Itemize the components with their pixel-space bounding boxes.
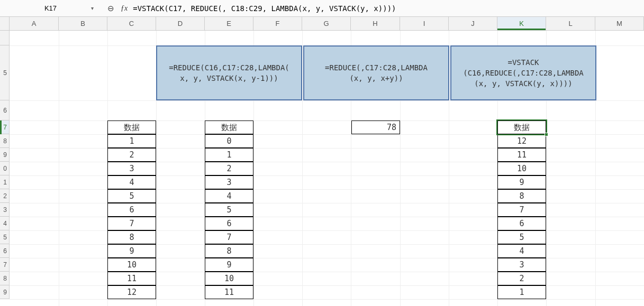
cell[interactable]: 3 <box>205 175 253 189</box>
cell[interactable]: 6 <box>497 217 546 230</box>
col-header-C[interactable]: C <box>107 17 156 30</box>
formula-bar: ▾ ⊖ ƒx <box>0 0 644 17</box>
row-header[interactable]: 5 <box>0 230 10 244</box>
row-header[interactable]: 8 <box>0 134 10 148</box>
cell[interactable]: 5 <box>107 189 156 203</box>
row-header[interactable]: 0 <box>0 162 10 175</box>
col-header-A[interactable]: A <box>10 17 59 30</box>
zoom-out-icon[interactable]: ⊖ <box>107 4 114 13</box>
cell[interactable]: 11 <box>107 272 156 285</box>
row-header[interactable]: 9 <box>0 148 10 162</box>
cell[interactable]: 5 <box>205 203 253 217</box>
cell[interactable]: 12 <box>107 285 156 299</box>
cell[interactable]: 0 <box>205 134 253 148</box>
cell-E-header[interactable]: 数据 <box>205 120 253 134</box>
row-header[interactable]: 6 <box>0 100 10 120</box>
merged-header-2[interactable]: =REDUCE(,C17:C28,LAMBDA (x, y, x+y)) <box>303 45 449 100</box>
row-header[interactable]: 5 <box>0 45 10 100</box>
cell[interactable]: 6 <box>205 217 253 230</box>
cell[interactable]: 4 <box>497 244 546 258</box>
col-header-J[interactable]: J <box>449 17 497 30</box>
cell[interactable]: 10 <box>205 272 253 285</box>
col-header-H[interactable]: H <box>351 17 400 30</box>
cell[interactable]: 9 <box>205 258 253 272</box>
cell[interactable]: 7 <box>497 203 546 217</box>
cell[interactable]: 8 <box>497 189 546 203</box>
cell[interactable]: 11 <box>205 285 253 299</box>
col-header-B[interactable]: B <box>59 17 107 30</box>
row-header[interactable]: 4 <box>0 217 10 230</box>
chevron-down-icon[interactable]: ▾ <box>91 5 94 11</box>
row-header[interactable]: 8 <box>0 272 10 285</box>
fx-icon[interactable]: ƒx <box>121 4 128 13</box>
cell[interactable]: 4 <box>107 175 156 189</box>
cell[interactable]: 9 <box>497 175 546 189</box>
cell[interactable]: 8 <box>107 230 156 244</box>
cell[interactable]: 1 <box>497 285 546 299</box>
row-header[interactable] <box>0 31 10 45</box>
cell-reference-input[interactable] <box>8 4 93 12</box>
col-header-G[interactable]: G <box>302 17 351 30</box>
col-header-F[interactable]: F <box>253 17 302 30</box>
row-header[interactable]: 3 <box>0 203 10 217</box>
row-headers: 5 6 7 8 9 0 1 2 3 4 5 6 7 8 9 <box>0 31 10 299</box>
cell[interactable]: 7 <box>205 230 253 244</box>
row-header[interactable]: 2 <box>0 189 10 203</box>
cell[interactable]: 10 <box>107 258 156 272</box>
cell-C-header[interactable]: 数据 <box>107 120 156 134</box>
cell[interactable]: 2 <box>107 148 156 162</box>
col-header-E[interactable]: E <box>205 17 253 30</box>
row-header[interactable]: 9 <box>0 285 10 299</box>
col-header-I[interactable]: I <box>400 17 449 30</box>
col-header-M[interactable]: M <box>595 17 644 30</box>
cell[interactable]: 9 <box>107 244 156 258</box>
cell[interactable]: 6 <box>107 203 156 217</box>
cell[interactable]: 3 <box>107 162 156 175</box>
column-headers: A B C D E F G H I J K L M <box>0 17 644 31</box>
col-header-K[interactable]: K <box>497 17 546 30</box>
col-header-L[interactable]: L <box>546 17 595 30</box>
row-header[interactable]: 7 <box>0 258 10 272</box>
cell[interactable]: 1 <box>107 134 156 148</box>
cell[interactable]: 7 <box>107 217 156 230</box>
merged-header-1[interactable]: =REDUCE(C16,C17:C28,LAMBDA( x, y, VSTACK… <box>156 45 302 100</box>
cell[interactable]: 10 <box>497 162 546 175</box>
cell[interactable]: 4 <box>205 189 253 203</box>
cell[interactable]: 2 <box>205 162 253 175</box>
name-box[interactable]: ▾ <box>4 1 97 16</box>
cell[interactable]: 3 <box>497 258 546 272</box>
row-selection-indicator <box>0 120 2 134</box>
row-header[interactable]: 1 <box>0 175 10 189</box>
cell[interactable]: 12 <box>497 134 546 148</box>
row-header[interactable]: 6 <box>0 244 10 258</box>
cell-K-header[interactable]: 数据 <box>497 120 546 134</box>
select-all-corner[interactable] <box>0 17 10 30</box>
cell[interactable]: 5 <box>497 230 546 244</box>
cell-H-value[interactable]: 78 <box>351 120 400 134</box>
cell[interactable]: 8 <box>205 244 253 258</box>
col-header-D[interactable]: D <box>156 17 205 30</box>
merged-header-3[interactable]: =VSTACK (C16,REDUCE(,C17:C28,LAMBDA (x, … <box>450 45 596 100</box>
cell[interactable]: 2 <box>497 272 546 285</box>
formula-input[interactable] <box>133 4 644 13</box>
cell[interactable]: 1 <box>205 148 253 162</box>
cell[interactable]: 11 <box>497 148 546 162</box>
